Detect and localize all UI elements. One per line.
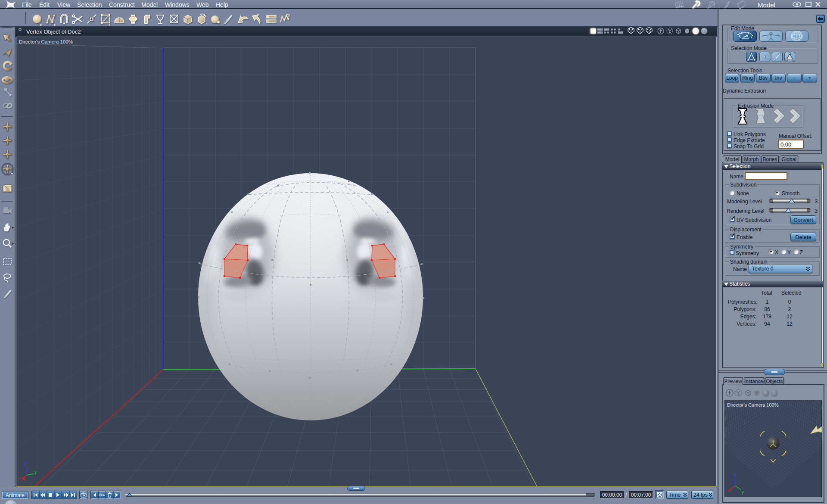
- svg-text:y: y: [34, 470, 37, 475]
- svg-text:Z: Z: [734, 473, 736, 478]
- svg-text:y: y: [742, 490, 744, 495]
- svg-text:Z: Z: [24, 461, 27, 466]
